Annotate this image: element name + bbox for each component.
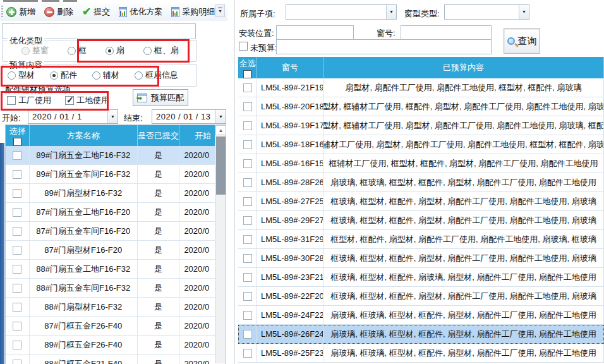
plan-table-row[interactable]: 88#门扇五金工地F16-F32是2020/0 <box>6 260 226 279</box>
window-no-column-header[interactable]: 窗号 <box>257 57 323 78</box>
row-checkbox[interactable] <box>243 330 252 339</box>
row-checkbox[interactable] <box>243 273 252 282</box>
chevron-down-icon: ▼ <box>522 9 526 15</box>
panel-splitter[interactable] <box>234 0 235 364</box>
window-type-select[interactable]: ▼ <box>444 4 529 20</box>
budget-content-column-header[interactable]: 已预算内容 <box>323 57 604 78</box>
end-date-picker[interactable]: 2020 / 01 / 13 ▼ <box>152 109 226 124</box>
radio-option-2[interactable]: 辅材 <box>92 70 119 81</box>
start-date-picker[interactable]: 2020 / 01 / 1 ▼ <box>28 109 118 124</box>
select-all-checkbox[interactable] <box>243 70 251 78</box>
plan-table-row[interactable]: 88#门扇五金车间F16-F32是2020/0 <box>6 279 226 298</box>
budget-table-row[interactable]: LM5L-89#-23F21框玻璃, 框型材, 框配件, 扇玻璃, 扇型材, 扇… <box>238 268 604 287</box>
row-checkbox[interactable] <box>13 284 21 293</box>
budget-content-cell: 扇玻璃, 框玻璃, 框型材, 框配件, 扇型材, 扇配件工厂使用, 扇配件工地使… <box>323 306 604 324</box>
row-checkbox[interactable] <box>243 102 252 111</box>
radio-option-1[interactable]: 框 <box>68 45 87 56</box>
plan-name-cell: 88#门扇五金工地F16-F32 <box>30 260 138 278</box>
submitted-column-header[interactable]: 是否已提交 <box>138 125 180 146</box>
scroll-up-arrow-icon[interactable]: ▲ <box>215 125 226 135</box>
budget-match-button[interactable]: 预算匹配 <box>133 89 188 106</box>
plan-table-row[interactable]: 87#门扇五金车间F16-F20是2020/0 <box>6 222 226 241</box>
sub-item-select[interactable]: ▼ <box>286 4 397 20</box>
plan-submitted-cell: 是 <box>138 317 180 335</box>
checkbox-option-1[interactable]: 工地使用 <box>65 95 109 106</box>
sub-item-dropdown-button[interactable]: ▼ <box>386 5 396 19</box>
row-checkbox[interactable] <box>243 292 252 301</box>
budget-table-row[interactable]: LM5L-89#-22F20框玻璃, 框型材, 框配件, 扇型材, 扇配件工厂使… <box>238 287 604 306</box>
row-checkbox[interactable] <box>243 349 252 358</box>
plan-table-row[interactable]: 89#门扇型材F16-F32是2020/0 <box>6 184 226 203</box>
no-budget-checkbox[interactable] <box>239 42 248 51</box>
budget-table-row[interactable]: LM5L-89#-18F16框辅材工厂使用, 扇型材, 扇配件工厂使用, 扇配件… <box>238 135 604 154</box>
toolbar-grip[interactable] <box>1 6 3 18</box>
plan-table-scrollbar[interactable]: ▲ <box>215 125 226 363</box>
row-checkbox[interactable] <box>13 227 21 236</box>
end-date-dropdown-button[interactable]: ▼ <box>215 110 226 123</box>
row-checkbox[interactable] <box>243 121 252 130</box>
plan-table-row[interactable]: 89#门扇五金工地F16-F32是2020/0 <box>6 146 226 165</box>
radio-option-3[interactable]: 框扇信息 <box>135 70 178 81</box>
optimize-plan-button[interactable]: 优化方案 <box>119 6 162 18</box>
row-checkbox[interactable] <box>13 303 21 312</box>
start-date-dropdown-button[interactable]: ▼ <box>107 110 118 123</box>
row-checkbox[interactable] <box>243 159 252 168</box>
plan-table-row[interactable]: 87#门扇型材F16-F20是2020/0 <box>6 241 226 260</box>
row-checkbox[interactable] <box>13 246 21 255</box>
radio-option-1[interactable]: 配件 <box>50 70 77 81</box>
row-checkbox[interactable] <box>243 197 252 206</box>
row-checkbox[interactable] <box>243 235 252 244</box>
query-button-label: 查询 <box>518 35 537 47</box>
budget-table-row[interactable]: LM5L-89#-19F17框型材, 框辅材工厂使用, 扇型材, 扇配件工厂使用… <box>238 116 604 135</box>
budget-table-row[interactable]: LM5L-89#-27F25框玻璃, 框型材, 框配件, 扇型材, 扇配件工厂使… <box>238 192 604 211</box>
row-checkbox[interactable] <box>243 254 252 263</box>
plan-submitted-cell: 是 <box>138 203 180 221</box>
row-checkbox[interactable] <box>13 341 21 349</box>
select-all-checkbox[interactable] <box>13 138 21 146</box>
budget-table-row[interactable]: LM5L-89#-31F29框型材, 框配件, 扇型材, 扇配件工厂使用, 扇配… <box>238 230 604 249</box>
row-checkbox[interactable] <box>243 140 252 149</box>
budget-table-row[interactable]: LM5L-89#-30F28框玻璃, 框型材, 框配件, 扇型材, 扇配件工厂使… <box>238 249 604 268</box>
row-checkbox[interactable] <box>243 83 252 92</box>
scrollbar-thumb[interactable] <box>216 136 226 195</box>
row-checkbox[interactable] <box>243 311 252 320</box>
checkbox-option-0[interactable]: 工厂使用 <box>7 95 51 106</box>
toolbar-overflow-button[interactable]: ▼ <box>215 4 225 17</box>
plan-table-row[interactable]: 87#门框五金F26-F40是2020/0 <box>6 317 226 336</box>
budget-table-row[interactable]: LM5L-89#-25F23扇玻璃, 框玻璃, 框型材, 框配件, 扇型材, 扇… <box>238 344 604 363</box>
budget-table-row[interactable]: LM5L-89#-24F22扇玻璃, 框玻璃, 框型材, 框配件, 扇型材, 扇… <box>238 306 604 325</box>
plan-table-row[interactable]: 89#门框五金F26-F40是2020/0 <box>6 336 226 355</box>
add-button[interactable]: 新增 <box>6 6 35 18</box>
row-checkbox[interactable] <box>13 360 21 364</box>
row-checkbox[interactable] <box>13 189 21 198</box>
window-no-cell: LM5L-89#-23F21 <box>257 268 323 286</box>
budget-table-row[interactable]: LM5L-89#-16F15框辅材工厂使用, 框型材, 框配件, 扇型材, 扇配… <box>238 154 604 173</box>
plan-table-row[interactable]: 88#门扇型材F16-F32是2020/0 <box>6 298 226 317</box>
row-checkbox[interactable] <box>243 216 252 225</box>
radio-option-0[interactable]: 型材 <box>8 70 35 81</box>
row-checkbox[interactable] <box>13 151 21 160</box>
budget-table-row[interactable]: LM5L-89#-26F24扇玻璃, 框玻璃, 框型材, 框配件, 扇型材, 扇… <box>238 325 604 344</box>
radio-option-2[interactable]: 扇 <box>106 45 124 56</box>
query-button[interactable]: 查询 <box>504 28 540 54</box>
budget-table-row[interactable]: LM5L-89#-28F26扇玻璃, 框玻璃, 框型材, 框配件, 扇型材, 扇… <box>238 173 604 192</box>
plan-table-row[interactable]: 87#门扇五金工地F16-F20是2020/0 <box>6 203 226 222</box>
row-checkbox[interactable] <box>13 322 21 331</box>
plan-table-row[interactable]: 88#门框五金F21-F40是2020/0 <box>6 355 226 364</box>
delete-button[interactable]: 删除 <box>44 6 73 18</box>
budget-table-row[interactable]: LM5L-89#-21F19扇型材, 扇配件工厂使用, 扇配件工地使用, 框型材… <box>238 78 604 97</box>
no-budget-input[interactable] <box>276 39 492 54</box>
submit-button[interactable]: ✔ 提交 <box>82 6 110 18</box>
install-position-input[interactable] <box>276 25 354 40</box>
window-no-input[interactable] <box>401 25 492 40</box>
row-checkbox[interactable] <box>243 178 252 187</box>
plan-table-row[interactable]: 89#门扇五金车间F16-F32是2020/0 <box>6 165 226 184</box>
row-checkbox[interactable] <box>13 265 21 274</box>
plan-name-column-header[interactable]: 方案名称 <box>30 125 138 146</box>
budget-table-row[interactable]: LM5L-89#-29F27框玻璃, 框型材, 框配件, 扇型材, 扇配件工厂使… <box>238 211 604 230</box>
row-checkbox[interactable] <box>13 208 21 217</box>
radio-option-3[interactable]: 框、扇 <box>143 45 179 56</box>
window-type-dropdown-button[interactable]: ▼ <box>519 5 529 19</box>
budget-table-row[interactable]: LM5L-89#-20F18框型材, 框辅材工厂使用, 框配件, 扇型材, 扇配… <box>238 97 604 116</box>
row-checkbox[interactable] <box>13 170 21 179</box>
